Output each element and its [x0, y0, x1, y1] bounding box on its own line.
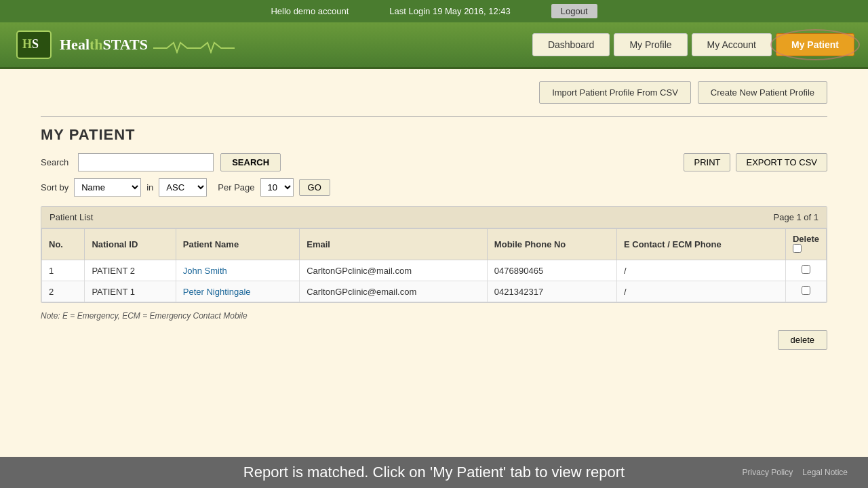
svg-text:H: H: [22, 37, 32, 51]
per-page-label: Per Page: [218, 182, 254, 192]
nav-buttons: Dashboard My Profile My Account My Patie…: [532, 33, 854, 56]
in-label: in: [146, 182, 153, 192]
patient-link[interactable]: Peter Nightingale: [183, 287, 251, 297]
logo-text: HealthSTATS: [60, 36, 235, 54]
svg-text:S: S: [32, 37, 39, 51]
cell-econtact: /: [616, 260, 785, 281]
dashboard-button[interactable]: Dashboard: [532, 33, 610, 56]
header: H S HealthSTATS Dashboard My Profile My …: [0, 22, 868, 69]
cell-national-id: PATIENT 1: [85, 281, 176, 302]
patient-link[interactable]: John Smith: [183, 266, 227, 276]
footer-message: Report is matched. Click on 'My Patient'…: [243, 464, 625, 481]
print-button[interactable]: PRINT: [684, 153, 730, 171]
divider: [41, 116, 827, 117]
note-text: Note: E = Emergency, ECM = Emergency Con…: [41, 311, 827, 321]
delete-area: delete: [41, 330, 827, 350]
cell-patient-name[interactable]: John Smith: [176, 260, 299, 281]
delete-row-checkbox[interactable]: [802, 286, 810, 295]
footer: Report is matched. Click on 'My Patient'…: [0, 457, 868, 488]
search-label: Search: [41, 157, 68, 167]
table-row: 1 PATIENT 2 John Smith CarltonGPclinic@m…: [42, 260, 827, 281]
logo: H S HealthSTATS: [14, 28, 235, 62]
search-row: Search SEARCH PRINT EXPORT TO CSV: [41, 153, 827, 171]
hello-text: Hello demo account: [271, 6, 349, 16]
col-econtact: E Contact / ECM Phone: [616, 229, 785, 260]
cell-mobile: 0476890465: [487, 260, 616, 281]
cell-email: CarltonGPclinic@mail.com: [300, 260, 488, 281]
main-content: MY PATIENT Search SEARCH PRINT EXPORT TO…: [0, 109, 868, 363]
action-area: Import Patient Profile From CSV Create N…: [0, 69, 868, 109]
col-mobile: Mobile Phone No: [487, 229, 616, 260]
col-delete: Delete: [785, 229, 826, 260]
legal-link[interactable]: Legal Notice: [802, 468, 848, 477]
search-input[interactable]: [78, 153, 214, 171]
cell-mobile: 0421342317: [487, 281, 616, 302]
privacy-link[interactable]: Privacy Policy: [743, 468, 793, 477]
page-title: MY PATIENT: [41, 126, 827, 144]
cell-no: 1: [42, 260, 85, 281]
logout-button[interactable]: Logout: [551, 4, 597, 18]
page-info: Page 1 of 1: [774, 212, 819, 222]
ecg-line: [153, 40, 235, 54]
table-header-row: Patient List Page 1 of 1: [41, 207, 827, 228]
col-national-id: National ID: [85, 229, 176, 260]
create-new-button[interactable]: Create New Patient Profile: [698, 81, 827, 104]
import-button[interactable]: Import Patient Profile From CSV: [539, 81, 691, 104]
col-no: No.: [42, 229, 85, 260]
logo-icon: H S: [14, 28, 54, 62]
delete-button[interactable]: delete: [778, 330, 827, 350]
sort-direction-select[interactable]: ASC DESC: [159, 178, 207, 197]
cell-patient-name[interactable]: Peter Nightingale: [176, 281, 299, 302]
footer-links: Privacy Policy Legal Notice: [743, 468, 848, 477]
sort-by-label: Sort by: [41, 182, 68, 192]
my-account-button[interactable]: My Account: [692, 33, 772, 56]
search-button[interactable]: SEARCH: [220, 153, 281, 171]
col-email: Email: [300, 229, 488, 260]
patient-table-container: Patient List Page 1 of 1 No. National ID…: [41, 206, 827, 303]
sort-by-select[interactable]: Name National ID: [74, 178, 141, 197]
export-button[interactable]: EXPORT TO CSV: [736, 153, 827, 171]
delete-all-checkbox[interactable]: [793, 244, 802, 253]
go-button[interactable]: GO: [299, 179, 330, 196]
cell-no: 2: [42, 281, 85, 302]
top-bar: Hello demo account Last Login 19 May 201…: [0, 0, 868, 22]
cell-econtact: /: [616, 281, 785, 302]
my-patient-button[interactable]: My Patient: [776, 33, 854, 56]
right-actions: PRINT EXPORT TO CSV: [684, 153, 827, 171]
patient-table: No. National ID Patient Name Email Mobil…: [41, 228, 827, 302]
table-header: No. National ID Patient Name Email Mobil…: [42, 229, 827, 260]
cell-delete: [785, 281, 826, 302]
delete-row-checkbox[interactable]: [802, 265, 810, 274]
cell-delete: [785, 260, 826, 281]
col-patient-name: Patient Name: [176, 229, 299, 260]
cell-national-id: PATIENT 2: [85, 260, 176, 281]
my-profile-button[interactable]: My Profile: [614, 33, 687, 56]
patient-list-label: Patient List: [50, 212, 93, 222]
table-row: 2 PATIENT 1 Peter Nightingale CarltonGPc…: [42, 281, 827, 302]
last-login-text: Last Login 19 May 2016, 12:43: [389, 6, 511, 16]
cell-email: CarltonGPclinic@email.com: [300, 281, 488, 302]
per-page-select[interactable]: 10 25 50: [260, 178, 294, 197]
my-patient-wrap: My Patient: [776, 33, 854, 56]
sort-row: Sort by Name National ID in ASC DESC Per…: [41, 178, 827, 197]
